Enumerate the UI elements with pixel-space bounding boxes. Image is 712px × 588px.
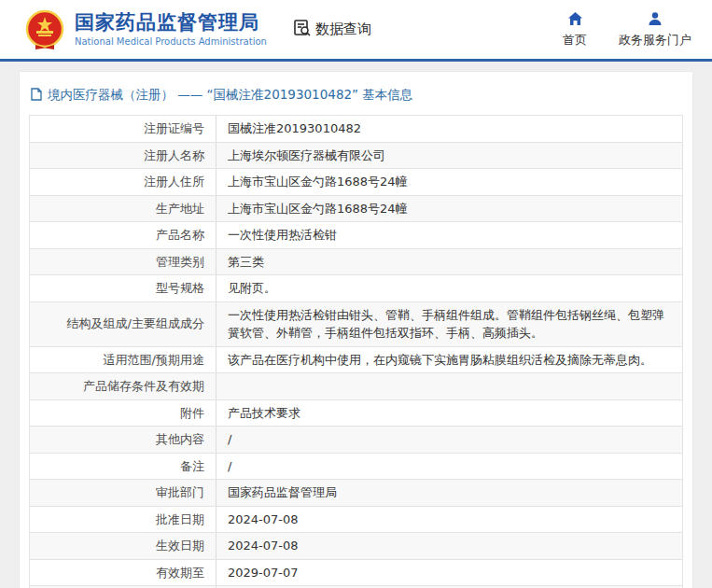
row-label: 结构及组成/主要组成成分 [30,301,216,346]
breadcrumb-text: 境内医疗器械（注册） —— “国械注准20193010482” 基本信息 [48,87,412,104]
table-row: 审批部门 国家药品监督管理局 [30,480,683,507]
nav-home-label: 首页 [563,32,587,49]
page-body: 境内医疗器械（注册） —— “国械注准20193010482” 基本信息 注册证… [0,62,712,588]
data-query-label: 数据查询 [315,21,371,38]
table-row: 附件 产品技术要求 [30,399,683,427]
row-value: 产品技术要求 [216,399,683,427]
row-label: 产品名称 [30,222,216,249]
row-label: 审批部门 [30,480,216,507]
row-value: / [216,427,683,454]
table-row: 注册证编号 国械注准20193010482 [30,116,683,143]
nav-home[interactable]: 首页 [563,11,587,49]
table-row: 型号规格 见附页。 [30,275,683,302]
home-icon [567,11,583,29]
row-label: 生效日期 [30,533,216,560]
row-label: 产品储存条件及有效期 [30,373,216,400]
row-value: 第三类 [216,248,683,275]
row-value: 2029-07-07 [216,559,683,586]
table-row: 有效期至 2029-07-07 [30,559,683,586]
table-row: 结构及组成/主要组成成分 一次性使用热活检钳由钳头、管鞘、手柄组件组成。管鞘组件… [30,301,683,346]
table-row: 批准日期 2024-07-08 [30,506,683,533]
user-icon [648,11,663,29]
content-card: 境内医疗器械（注册） —— “国械注准20193010482” 基本信息 注册证… [19,71,693,588]
table-row: 生产地址 上海市宝山区金勺路1688号24幢 [30,195,683,222]
site-subtitle: National Medical Products Administration [75,36,267,47]
row-value: 见附页。 [216,275,683,302]
row-value: 上海市宝山区金勺路1688号24幢 [216,195,683,222]
table-row: 注册人住所 上海市宝山区金勺路1688号24幢 [30,169,683,196]
site-title: 国家药品监督管理局 [75,12,267,34]
row-value: 上海市宝山区金勺路1688号24幢 [216,169,683,196]
table-row: 产品储存条件及有效期 [30,373,683,400]
row-label: 管理类别 [30,248,216,275]
table-row: 注册人名称 上海埃尔顿医疗器械有限公司 [30,142,683,169]
row-label: 注册人名称 [30,142,216,169]
row-label: 有效期至 [30,559,216,586]
row-value: 2024-07-08 [216,533,683,560]
row-label: 备注 [30,453,216,480]
national-emblem-logo [24,9,65,50]
device-info-table: 注册证编号 国械注准20193010482 注册人名称 上海埃尔顿医疗器械有限公… [29,115,683,588]
row-value: 一次性使用热活检钳 [216,222,683,249]
row-value: / [216,453,683,480]
row-value: 一次性使用热活检钳由钳头、管鞘、手柄组件组成。管鞘组件包括钢丝绳、包塑弹簧软管、… [216,301,683,346]
row-label: 适用范围/预期用途 [30,346,216,373]
data-query-tab[interactable]: 数据查询 [293,19,371,41]
site-header: 国家药品监督管理局 National Medical Products Admi… [0,0,712,62]
row-label: 生产地址 [30,195,216,222]
row-value [216,373,683,400]
document-icon [31,88,42,104]
row-label: 其他内容 [30,427,216,454]
breadcrumb: 境内医疗器械（注册） —— “国械注准20193010482” 基本信息 [29,83,683,115]
nav-portal[interactable]: 政务服务门户 [619,11,691,49]
table-row: 其他内容 / [30,427,683,454]
row-label: 批准日期 [30,506,216,533]
table-row: 备注 / [30,453,683,480]
nav-portal-label: 政务服务门户 [619,32,691,49]
header-nav: 首页 政务服务门户 [563,11,691,49]
row-label: 注册证编号 [30,116,216,143]
row-value: 上海埃尔顿医疗器械有限公司 [216,142,683,169]
table-row: 产品名称 一次性使用热活检钳 [30,222,683,249]
row-value: 国械注准20193010482 [216,116,683,143]
table-row: 生效日期 2024-07-08 [30,533,683,560]
document-search-icon [293,19,312,41]
row-label: 附件 [30,399,216,427]
row-value: 该产品在医疗机构中使用，在内窥镜下实施胃肠粘膜组织活检及摘除无蒂息肉。 [216,346,683,373]
row-label: 注册人住所 [30,169,216,196]
row-value: 国家药品监督管理局 [216,480,683,507]
table-row: 管理类别 第三类 [30,248,683,275]
table-row: 适用范围/预期用途 该产品在医疗机构中使用，在内窥镜下实施胃肠粘膜组织活检及摘除… [30,346,683,373]
row-value: 2024-07-08 [216,506,683,533]
row-label: 型号规格 [30,275,216,302]
site-title-block: 国家药品监督管理局 National Medical Products Admi… [75,12,267,46]
